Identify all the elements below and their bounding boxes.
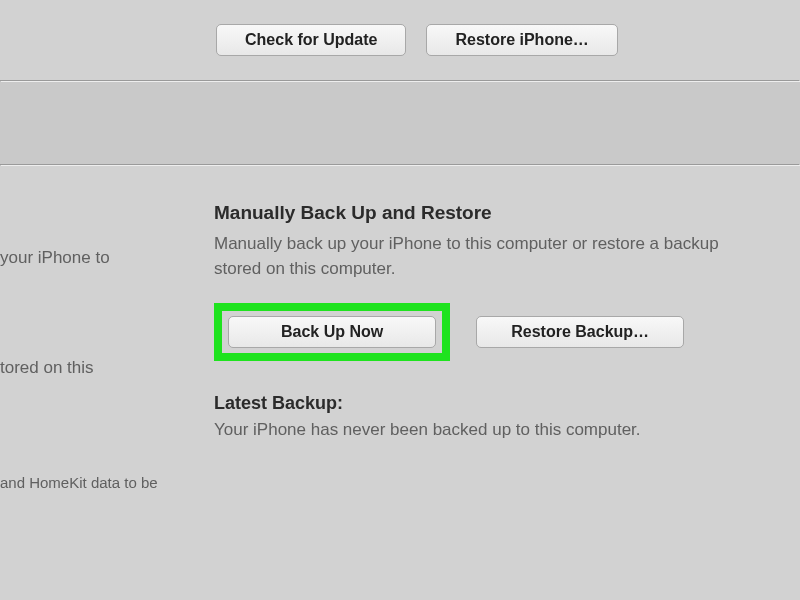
restore-iphone-button[interactable]: Restore iPhone… bbox=[426, 24, 617, 56]
highlight-box: Back Up Now bbox=[214, 303, 450, 361]
backup-restore-section: Manually Back Up and Restore Manually ba… bbox=[214, 202, 760, 440]
main-area: your iPhone to tored on this and HomeKit… bbox=[0, 166, 800, 440]
section-description: Manually back up your iPhone to this com… bbox=[214, 232, 760, 281]
back-up-now-button[interactable]: Back Up Now bbox=[228, 316, 436, 348]
check-for-update-button[interactable]: Check for Update bbox=[216, 24, 406, 56]
top-button-row: Check for Update Restore iPhone… bbox=[0, 0, 800, 80]
latest-backup-label: Latest Backup: bbox=[214, 393, 760, 414]
partial-text-line: tored on this bbox=[0, 356, 94, 380]
partial-text-line: and HomeKit data to be bbox=[0, 472, 158, 493]
restore-backup-button[interactable]: Restore Backup… bbox=[476, 316, 684, 348]
backup-button-row: Back Up Now Restore Backup… bbox=[214, 303, 760, 361]
section-title: Manually Back Up and Restore bbox=[214, 202, 760, 224]
section-band bbox=[0, 82, 800, 164]
partial-text-line: your iPhone to bbox=[0, 246, 110, 270]
latest-backup-text: Your iPhone has never been backed up to … bbox=[214, 420, 760, 440]
